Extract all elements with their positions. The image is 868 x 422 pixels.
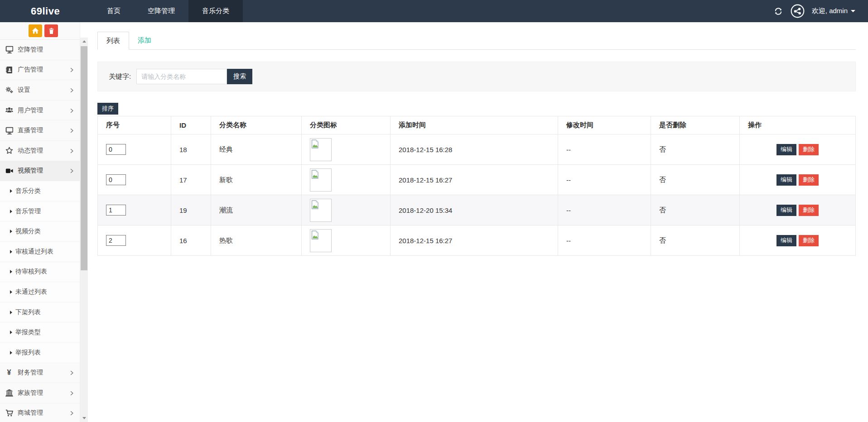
edit-button[interactable]: 编辑 — [776, 235, 796, 246]
sidebar-item-report-list[interactable]: 举报列表 — [0, 343, 80, 363]
delete-button[interactable]: 删除 — [799, 174, 819, 186]
cell-name: 经典 — [211, 134, 302, 165]
sidebar-item-report-type[interactable]: 举报类型 — [0, 322, 80, 343]
sidebar-item-label: 用户管理 — [18, 106, 69, 115]
scroll-down-button[interactable] — [80, 414, 88, 422]
delete-button[interactable]: 删除 — [799, 144, 819, 155]
content-tabs: 列表添加 — [97, 32, 856, 50]
sidebar-item-music-management[interactable]: 音乐管理 — [0, 201, 80, 222]
nav-tab-home[interactable]: 首页 — [93, 0, 134, 22]
sidebar-item-label: 举报列表 — [15, 349, 41, 357]
cell-added-time: 2018-12-20 15:34 — [391, 195, 558, 225]
delete-button[interactable]: 删除 — [799, 235, 819, 246]
sidebar-item-feed-management[interactable]: 动态管理 — [0, 141, 80, 161]
column-header: ID — [171, 116, 211, 134]
sidebar-menu: 空降管理广告管理设置用户管理直播管理动态管理视频管理音乐分类音乐管理视频分类审核… — [0, 40, 80, 422]
sidebar-item-label: 下架列表 — [15, 308, 41, 316]
chevron-right-icon — [69, 168, 74, 173]
sidebar-item-user-management[interactable]: 用户管理 — [0, 101, 80, 121]
cell-added-time: 2018-12-15 16:27 — [391, 225, 558, 256]
sidebar-scrollbar[interactable] — [80, 22, 88, 422]
sidebar-item-music-category[interactable]: 音乐分类 — [0, 181, 80, 201]
order-input[interactable] — [106, 205, 126, 216]
sort-button[interactable]: 排序 — [97, 103, 118, 115]
category-icon-image — [310, 138, 332, 161]
refresh-icon[interactable] — [773, 6, 783, 16]
nav-tab-music-category[interactable]: 音乐分类 — [188, 0, 243, 22]
edit-button[interactable]: 编辑 — [776, 205, 796, 216]
scrollbar-thumb[interactable] — [81, 46, 87, 270]
main-content: 列表添加 关键字: 搜索 排序 序号ID分类名称分类图标添加时间修改时间是否删除… — [88, 22, 868, 422]
category-icon-image — [310, 229, 332, 252]
cell-is-deleted: 否 — [651, 165, 740, 195]
edit-button[interactable]: 编辑 — [776, 174, 796, 186]
triangle-down-icon — [82, 417, 86, 419]
table-row: 16热歌2018-12-15 16:27--否编辑删除 — [98, 225, 856, 256]
navbar-tabs: 首页空降管理音乐分类 — [93, 0, 243, 22]
sidebar-item-label: 音乐管理 — [15, 207, 41, 216]
sidebar-item-label: 未通过列表 — [15, 288, 47, 296]
order-input[interactable] — [106, 235, 126, 246]
sidebar-item-family-management[interactable]: 家族管理 — [0, 383, 80, 403]
delete-button[interactable]: 删除 — [799, 205, 819, 216]
sidebar-item-rejected-list[interactable]: 未通过列表 — [0, 282, 80, 302]
sidebar-item-finance-management[interactable]: ¥财务管理 — [0, 363, 80, 384]
table-row: 18经典2018-12-15 16:28--否编辑删除 — [98, 134, 856, 165]
search-panel: 关键字: 搜索 — [97, 62, 856, 91]
sidebar: 空降管理广告管理设置用户管理直播管理动态管理视频管理音乐分类音乐管理视频分类审核… — [0, 22, 80, 422]
submenu-arrow-icon — [10, 250, 12, 254]
chevron-right-icon — [69, 87, 74, 93]
broken-image-icon — [311, 200, 319, 209]
order-input[interactable] — [106, 174, 126, 185]
sidebar-item-live-management[interactable]: 直播管理 — [0, 120, 80, 141]
search-button[interactable]: 搜索 — [227, 69, 252, 84]
cell-modified-time: -- — [558, 225, 651, 256]
sidebar-item-pending-review-list[interactable]: 待审核列表 — [0, 262, 80, 283]
cell-id: 16 — [171, 225, 211, 256]
submenu-arrow-icon — [10, 189, 12, 193]
category-icon-image — [310, 168, 332, 192]
sidebar-item-approved-list[interactable]: 审核通过列表 — [0, 242, 80, 262]
chevron-right-icon — [69, 67, 74, 72]
cell-modified-time: -- — [558, 134, 651, 165]
user-menu[interactable]: 欢迎, admin — [812, 7, 855, 15]
cell-name: 新歌 — [211, 165, 302, 195]
sidebar-item-label: 家族管理 — [18, 389, 69, 397]
submenu-arrow-icon — [10, 331, 12, 334]
nav-tab-airdrop-management[interactable]: 空降管理 — [134, 0, 188, 22]
chevron-right-icon — [69, 148, 74, 153]
scroll-up-button[interactable] — [80, 38, 88, 45]
cell-added-time: 2018-12-15 16:28 — [391, 134, 558, 165]
order-input[interactable] — [106, 144, 126, 155]
trash-button[interactable] — [44, 24, 58, 37]
column-header: 操作 — [740, 116, 856, 134]
sidebar-item-label: 动态管理 — [18, 147, 69, 155]
yen-icon: ¥ — [5, 369, 14, 377]
tab-list[interactable]: 列表 — [97, 32, 129, 50]
tab-add[interactable]: 添加 — [129, 31, 160, 49]
sidebar-item-mall-management[interactable]: 商城管理 — [0, 403, 80, 422]
search-input[interactable] — [136, 69, 227, 84]
sidebar-item-label: 财务管理 — [18, 369, 69, 377]
welcome-text: 欢迎, admin — [812, 7, 848, 15]
top-navbar: 69live 首页空降管理音乐分类 欢迎, admin — [0, 0, 868, 22]
cell-is-deleted: 否 — [651, 195, 740, 225]
sidebar-item-video-category[interactable]: 视频分类 — [0, 221, 80, 242]
cart-icon — [5, 409, 14, 417]
submenu-arrow-icon — [10, 210, 12, 213]
brand-logo[interactable]: 69live — [0, 0, 81, 22]
submenu-arrow-icon — [10, 270, 12, 273]
sidebar-item-airdrop-management[interactable]: 空降管理 — [0, 40, 80, 60]
sidebar-item-label: 音乐分类 — [15, 187, 41, 195]
navbar-right: 欢迎, admin — [773, 0, 868, 22]
sidebar-item-ad-management[interactable]: 广告管理 — [0, 60, 80, 81]
cell-added-time: 2018-12-15 16:27 — [391, 165, 558, 195]
edit-button[interactable]: 编辑 — [776, 144, 796, 155]
cell-is-deleted: 否 — [651, 134, 740, 165]
column-header: 分类图标 — [302, 116, 391, 134]
sidebar-item-removed-list[interactable]: 下架列表 — [0, 302, 80, 323]
sidebar-item-settings[interactable]: 设置 — [0, 80, 80, 101]
sidebar-item-video-management[interactable]: 视频管理 — [0, 161, 80, 182]
home-button[interactable] — [29, 24, 42, 37]
avatar[interactable] — [791, 4, 805, 18]
